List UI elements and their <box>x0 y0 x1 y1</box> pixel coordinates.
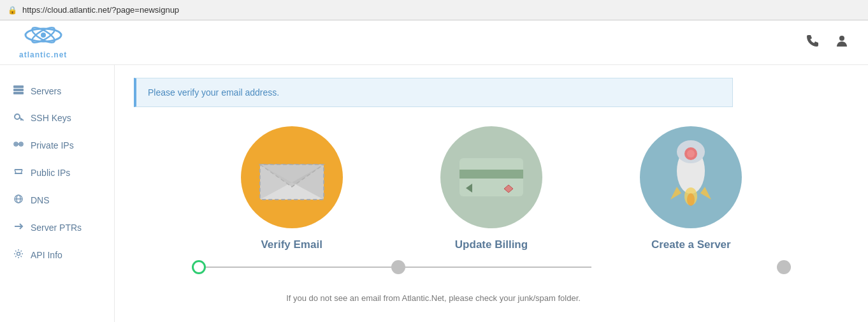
sidebar-item-api-info[interactable]: API Info <box>0 241 114 268</box>
progress-update-billing <box>391 260 591 274</box>
svg-rect-6 <box>13 89 24 91</box>
sidebar-item-dns[interactable]: DNS <box>0 186 114 214</box>
key-icon <box>13 112 24 124</box>
svg-point-41 <box>687 193 695 206</box>
logo-swirl <box>21 26 66 50</box>
svg-point-24 <box>17 252 20 256</box>
nav-icons <box>806 34 849 51</box>
public-ip-icon <box>13 166 24 179</box>
sidebar-label-api-info: API Info <box>31 250 62 260</box>
billing-circle <box>440 126 542 228</box>
email-circle <box>241 126 343 228</box>
arrow-icon <box>13 221 24 233</box>
logo-text: atlantic.net <box>19 50 67 59</box>
user-icon[interactable] <box>835 34 849 51</box>
step-verify-email: Verify Email <box>192 126 391 274</box>
sidebar-item-ssh-keys[interactable]: SSH Keys <box>0 104 114 131</box>
step-create-server-label: Create a Server <box>651 238 731 251</box>
svg-marker-38 <box>670 187 681 200</box>
email-icon <box>257 152 327 203</box>
rocket-icon <box>659 136 723 219</box>
step-update-billing-label: Update Billing <box>455 238 528 251</box>
sidebar-label-public-ips: Public IPs <box>31 168 70 178</box>
svg-marker-39 <box>700 187 711 200</box>
hint-message: If you do not see an email from Atlantic… <box>286 293 581 303</box>
step-dot-email <box>192 260 206 274</box>
sidebar-item-private-ips[interactable]: Private IPs <box>0 131 114 159</box>
step-update-billing: Update Billing <box>391 126 591 274</box>
steps-container: Verify Email <box>192 126 791 274</box>
servers-icon <box>13 85 24 96</box>
step-verify-email-label: Verify Email <box>261 238 322 251</box>
step-create-server: Create a Server <box>591 126 791 274</box>
step-dot-billing <box>391 260 405 274</box>
private-ip-icon <box>13 139 24 151</box>
content-area: Please verify your email address. <box>115 65 868 322</box>
svg-point-4 <box>839 36 844 41</box>
alert-banner: Please verify your email address. <box>134 78 733 107</box>
hint-text: If you do not see an email from Atlantic… <box>134 293 733 303</box>
sidebar-label-dns: DNS <box>31 195 50 205</box>
svg-point-11 <box>15 143 17 145</box>
sidebar-label-ssh-keys: SSH Keys <box>31 113 71 123</box>
globe-icon <box>13 194 24 206</box>
step-line-2 <box>405 267 591 268</box>
top-nav: atlantic.net <box>0 20 868 65</box>
svg-rect-7 <box>13 92 24 94</box>
svg-rect-30 <box>459 170 523 179</box>
svg-point-37 <box>687 150 695 157</box>
browser-bar: 🔒 https://cloud.atlantic.net/?page=newsi… <box>0 0 868 20</box>
browser-url: https://cloud.atlantic.net/?page=newsign… <box>22 5 179 15</box>
billing-icon <box>454 152 528 203</box>
svg-point-8 <box>15 114 20 119</box>
gear-icon <box>13 249 24 261</box>
svg-point-12 <box>20 143 22 145</box>
sidebar-item-servers[interactable]: Servers <box>0 78 114 104</box>
alert-message: Please verify your email address. <box>148 87 279 98</box>
progress-verify-email <box>192 260 391 274</box>
step-line-1 <box>206 267 391 268</box>
svg-point-3 <box>41 33 46 38</box>
sidebar-item-public-ips[interactable]: Public IPs <box>0 159 114 186</box>
sidebar-label-private-ips: Private IPs <box>31 140 74 150</box>
step-dot-server <box>777 260 791 274</box>
progress-create-server <box>591 260 791 274</box>
sidebar-label-server-ptrs: Server PTRs <box>31 223 82 233</box>
sidebar-item-server-ptrs[interactable]: Server PTRs <box>0 214 114 241</box>
lock-icon: 🔒 <box>8 6 17 15</box>
sidebar: Servers SSH Keys Private IPs Public IPs <box>0 65 115 322</box>
sidebar-label-servers: Servers <box>31 86 61 96</box>
phone-icon[interactable] <box>806 34 820 51</box>
main-layout: Servers SSH Keys Private IPs Public IPs <box>0 65 868 322</box>
logo[interactable]: atlantic.net <box>19 26 67 59</box>
svg-rect-5 <box>13 85 24 88</box>
server-circle <box>640 126 742 228</box>
